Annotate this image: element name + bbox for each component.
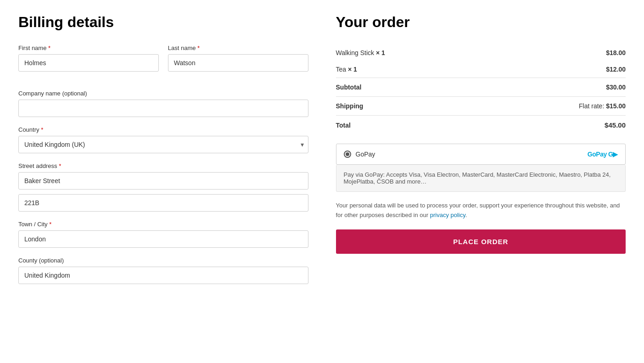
street-input-2[interactable] <box>18 194 308 212</box>
gopay-arrow: G▶ <box>608 151 618 158</box>
town-group: Town / City * <box>18 221 308 248</box>
place-order-button[interactable]: PLACE ORDER <box>336 229 626 254</box>
last-name-group: Last name * <box>168 45 308 72</box>
billing-section: Billing details First name * Last name *… <box>18 14 308 293</box>
payment-option[interactable]: GoPay GoPay G▶ <box>336 144 626 165</box>
payment-radio[interactable] <box>344 151 351 158</box>
shipping-value: Flat rate: $15.00 <box>484 97 626 116</box>
country-group: Country * United Kingdom (UK) United Sta… <box>18 126 308 153</box>
shipping-row: Shipping Flat rate: $15.00 <box>336 97 626 116</box>
privacy-policy-link[interactable]: privacy policy <box>430 212 465 218</box>
required-star: * <box>48 45 50 51</box>
payment-option-left: GoPay <box>344 151 375 158</box>
gopay-logo: GoPay G▶ <box>588 151 618 158</box>
radio-inner <box>346 152 349 156</box>
billing-title: Billing details <box>18 14 308 31</box>
required-star-4: * <box>59 162 61 169</box>
company-input[interactable] <box>18 100 308 117</box>
county-group: County (optional) <box>18 257 308 284</box>
first-name-group: First name * <box>18 45 159 72</box>
company-label: Company name (optional) <box>18 90 308 97</box>
item-2-name: Tea × 1 <box>336 61 485 78</box>
town-input[interactable] <box>18 230 308 248</box>
subtotal-value: $30.00 <box>484 78 626 97</box>
gopay-label: GoPay <box>356 151 375 158</box>
order-table: Walking Stick × 1 $18.00 Tea × 1 $12.00 … <box>336 45 626 134</box>
subtotal-row: Subtotal $30.00 <box>336 78 626 97</box>
total-value: $45.00 <box>484 116 626 135</box>
required-star-3: * <box>41 126 43 133</box>
order-section: Your order Walking Stick × 1 $18.00 Tea … <box>336 14 626 293</box>
country-select-wrapper: United Kingdom (UK) United States (US) G… <box>18 136 308 153</box>
town-label: Town / City * <box>18 221 308 228</box>
order-item-1: Walking Stick × 1 $18.00 <box>336 45 626 61</box>
county-label: County (optional) <box>18 257 308 264</box>
item-1-price: $18.00 <box>484 45 626 61</box>
order-item-2: Tea × 1 $12.00 <box>336 61 626 78</box>
item-1-name: Walking Stick × 1 <box>336 45 485 61</box>
street-group: Street address * <box>18 162 308 212</box>
street-input-1[interactable] <box>18 172 308 190</box>
last-name-input[interactable] <box>168 54 308 72</box>
required-star-5: * <box>49 221 51 228</box>
total-row: Total $45.00 <box>336 116 626 135</box>
item-2-price: $12.00 <box>484 61 626 78</box>
payment-description: Pay via GoPay: Accepts Visa, Visa Electr… <box>336 165 626 192</box>
street-label: Street address * <box>18 162 308 169</box>
total-label: Total <box>336 116 485 135</box>
required-star-2: * <box>197 45 200 51</box>
order-title: Your order <box>336 14 626 31</box>
country-label: Country * <box>18 126 308 133</box>
privacy-text: Your personal data will be used to proce… <box>336 201 626 220</box>
last-name-label: Last name * <box>168 45 308 51</box>
county-input[interactable] <box>18 267 308 284</box>
first-name-label: First name * <box>18 45 159 51</box>
first-name-input[interactable] <box>18 54 159 72</box>
company-group: Company name (optional) <box>18 90 308 117</box>
subtotal-label: Subtotal <box>336 78 485 97</box>
country-select[interactable]: United Kingdom (UK) United States (US) G… <box>18 136 308 153</box>
shipping-label: Shipping <box>336 97 485 116</box>
